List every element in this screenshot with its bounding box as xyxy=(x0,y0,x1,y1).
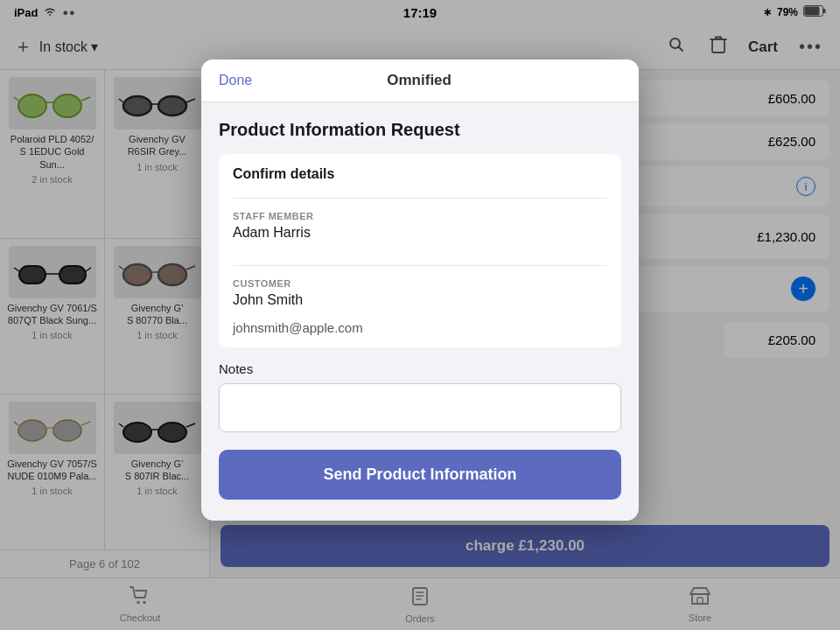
confirm-card-header: Confirm details xyxy=(219,154,621,198)
customer-section: CUSTOMER John Smith johnsmith@apple.com xyxy=(219,266,621,347)
modal-backdrop: Done Omnified Product Information Reques… xyxy=(0,0,840,630)
modal-body: Product Information Request Confirm deta… xyxy=(201,102,639,521)
notes-input[interactable] xyxy=(219,383,621,432)
notes-label: Notes xyxy=(219,361,621,376)
modal-header: Done Omnified xyxy=(201,60,639,102)
staff-label: STAFF MEMBER xyxy=(233,211,607,221)
modal-app-name: Omnified xyxy=(252,72,586,89)
send-product-info-button[interactable]: Send Product Information xyxy=(219,450,621,500)
confirm-details-card: Confirm details STAFF MEMBER Adam Harris… xyxy=(219,154,621,347)
customer-email-modal: johnsmith@apple.com xyxy=(233,320,607,335)
customer-label: CUSTOMER xyxy=(233,278,607,289)
notes-section: Notes xyxy=(219,361,621,436)
confirm-details-label: Confirm details xyxy=(233,166,607,194)
modal-done-button[interactable]: Done xyxy=(219,73,252,88)
staff-section: STAFF MEMBER Adam Harris xyxy=(219,199,621,265)
modal-section-title: Product Information Request xyxy=(219,120,621,140)
staff-value: Adam Harris xyxy=(233,225,607,253)
customer-name: John Smith xyxy=(233,292,607,320)
modal-dialog: Done Omnified Product Information Reques… xyxy=(201,60,639,521)
